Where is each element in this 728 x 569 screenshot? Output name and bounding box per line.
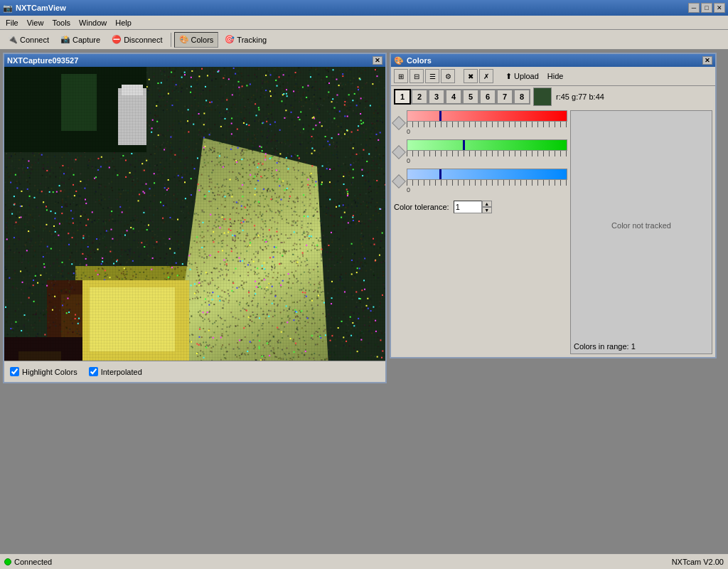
- capture-close-button[interactable]: ✕: [373, 56, 382, 65]
- capture-window-title: NXTCapture093527: [7, 56, 78, 65]
- tolerance-up-button[interactable]: ▲: [482, 201, 492, 207]
- green-slider-track[interactable]: [407, 139, 567, 151]
- title-bar-controls[interactable]: ─ □ ✕: [688, 3, 725, 13]
- color-tab-6[interactable]: 6: [479, 89, 496, 105]
- status-bar: Connected NXTcam V2.00: [0, 553, 728, 569]
- colors-tool-3[interactable]: ☰: [425, 69, 439, 83]
- hide-label: Hide: [547, 72, 564, 80]
- colors-panel: 🎨 Colors ✕ ⊞ ⊟ ☰ ⚙ ✖ ✗ ⬆ Upload Hide 1: [390, 53, 717, 358]
- colors-in-range-label: Colors in range: 1: [571, 339, 712, 353]
- title-bar-left: 📷 NXTCamView: [3, 4, 66, 13]
- interpolated-label: Interpolated: [101, 368, 142, 376]
- red-slider-diamond[interactable]: [392, 116, 406, 130]
- tolerance-down-button[interactable]: ▼: [482, 207, 492, 213]
- close-button[interactable]: ✕: [714, 3, 725, 13]
- color-tab-1[interactable]: 1: [394, 89, 411, 105]
- tolerance-spinner[interactable]: 1 ▲ ▼: [454, 201, 492, 213]
- connect-icon: 🔌: [8, 35, 18, 44]
- color-preview-swatch: [533, 87, 552, 106]
- tolerance-label: Color tolerance:: [394, 203, 449, 211]
- app-title: NXTCamView: [16, 4, 66, 12]
- highlight-colors-checkbox[interactable]: [10, 367, 19, 376]
- blue-slider-diamond[interactable]: [392, 174, 406, 188]
- upload-icon: ⬆: [505, 72, 512, 81]
- menu-bar: File View Tools Window Help: [0, 16, 728, 30]
- color-tab-3[interactable]: 3: [428, 89, 445, 105]
- disconnect-icon: ⛔: [112, 35, 122, 44]
- color-tab-4[interactable]: 4: [445, 89, 462, 105]
- interpolated-checkbox-label[interactable]: Interpolated: [89, 367, 142, 376]
- green-slider-diamond[interactable]: [392, 145, 406, 159]
- color-tab-7[interactable]: 7: [496, 89, 513, 105]
- colors-tool-6[interactable]: ✗: [479, 69, 493, 83]
- blue-slider-thumb[interactable]: [439, 169, 441, 179]
- colors-panel-title: Colors: [407, 56, 432, 65]
- tolerance-row: Color tolerance: 1 ▲ ▼: [394, 198, 567, 216]
- tracking-status-text: Color not tracked: [611, 221, 671, 230]
- tracking-label: Tracking: [237, 36, 267, 44]
- menu-view[interactable]: View: [23, 17, 48, 28]
- tolerance-value: 1: [456, 203, 460, 211]
- tracking-button[interactable]: 🎯 Tracking: [220, 32, 272, 48]
- interpolated-checkbox[interactable]: [89, 367, 98, 376]
- colors-toolbar-button[interactable]: 🎨 Colors: [174, 32, 219, 48]
- green-slider-thumb[interactable]: [463, 140, 465, 150]
- capture-window: NXTCapture093527 ✕ Highlight Colors Inte…: [3, 53, 387, 383]
- status-indicator: [4, 558, 11, 565]
- highlight-colors-checkbox-label[interactable]: Highlight Colors: [10, 367, 77, 376]
- hide-button[interactable]: Hide: [544, 70, 567, 83]
- app-icon: 📷: [3, 4, 13, 13]
- toolbar: 🔌 Connect 📸 Capture ⛔ Disconnect 🎨 Color…: [0, 30, 728, 50]
- blue-slider-row: 0: [394, 169, 567, 193]
- green-ruler: [407, 151, 567, 156]
- main-area: NXTCapture093527 ✕ Highlight Colors Inte…: [0, 50, 728, 553]
- upload-button[interactable]: ⬆ Upload: [502, 70, 542, 83]
- menu-window[interactable]: Window: [75, 17, 111, 28]
- color-tab-2[interactable]: 2: [411, 89, 428, 105]
- sliders-area: 0 0: [394, 110, 567, 354]
- blue-slider-container: 0: [407, 169, 567, 193]
- color-tab-8[interactable]: 8: [513, 89, 530, 105]
- colors-titlebar: 🎨 Colors ✕: [391, 54, 715, 67]
- red-slider-zero: 0: [407, 128, 567, 135]
- red-ruler: [407, 122, 567, 127]
- connect-button[interactable]: 🔌 Connect: [3, 32, 54, 48]
- blue-slider-track[interactable]: [407, 169, 567, 180]
- maximize-button[interactable]: □: [701, 3, 712, 13]
- version-text: NXTcam V2.00: [672, 558, 724, 566]
- colors-panel-icon: 🎨: [394, 56, 404, 65]
- menu-file[interactable]: File: [1, 17, 23, 28]
- colors-panel-close-button[interactable]: ✕: [702, 56, 712, 65]
- blue-ruler: [407, 180, 567, 186]
- red-slider-container: 0: [407, 110, 567, 135]
- tracking-preview-panel: Color not tracked Colors in range: 1: [570, 110, 712, 354]
- status-text: Connected: [14, 558, 52, 566]
- red-slider-thumb[interactable]: [439, 111, 441, 121]
- capture-titlebar: NXTCapture093527 ✕: [4, 54, 385, 67]
- menu-help[interactable]: Help: [111, 17, 136, 28]
- toolbar-separator-1: [171, 33, 171, 47]
- connect-label: Connect: [20, 36, 49, 44]
- red-slider-track[interactable]: [407, 110, 567, 122]
- green-slider-container: 0: [407, 139, 567, 164]
- colors-tool-5[interactable]: ✖: [464, 69, 478, 83]
- colors-tool-4[interactable]: ⚙: [441, 69, 455, 83]
- tracking-icon: 🎯: [225, 35, 235, 44]
- disconnect-label: Disconnect: [124, 36, 162, 44]
- menu-tools[interactable]: Tools: [48, 17, 75, 28]
- minimize-button[interactable]: ─: [688, 3, 700, 13]
- highlight-colors-label: Highlight Colors: [22, 368, 77, 376]
- color-rgb-value: r:45 g:77 b:44: [556, 92, 604, 101]
- color-tab-5[interactable]: 5: [462, 89, 479, 105]
- colors-toolbar: ⊞ ⊟ ☰ ⚙ ✖ ✗ ⬆ Upload Hide: [391, 67, 715, 86]
- capture-footer: Highlight Colors Interpolated: [4, 361, 385, 382]
- colors-tool-1[interactable]: ⊞: [394, 69, 408, 83]
- capture-button[interactable]: 📸 Capture: [55, 32, 105, 48]
- tolerance-input[interactable]: 1: [454, 201, 482, 213]
- blue-slider-zero: 0: [407, 186, 567, 193]
- capture-image-area: [4, 67, 385, 361]
- colors-tool-2[interactable]: ⊟: [410, 69, 424, 83]
- disconnect-button[interactable]: ⛔ Disconnect: [107, 32, 167, 48]
- status-left: Connected: [4, 558, 52, 566]
- green-slider-row: 0: [394, 139, 567, 164]
